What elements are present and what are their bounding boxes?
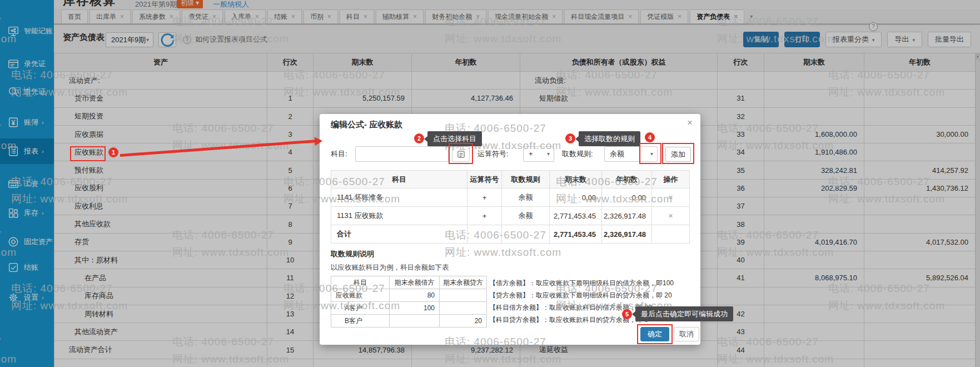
- tab-more-caret-icon[interactable]: ▾: [746, 9, 757, 23]
- grade-badge[interactable]: 初级 ▾: [177, 0, 203, 8]
- liability-begin-cell[interactable]: 4,017,532.00: [864, 233, 976, 251]
- liability-begin-cell[interactable]: [864, 359, 976, 367]
- close-icon[interactable]: ×: [255, 13, 259, 20]
- liability-end-cell[interactable]: 328,242.81: [764, 161, 864, 179]
- tab-13[interactable]: 资产负债表×: [690, 9, 744, 23]
- cancel-button[interactable]: 取消: [674, 327, 699, 341]
- tab-4[interactable]: 入库单×: [225, 9, 266, 23]
- taxpayer-type-link[interactable]: 一般纳税人: [213, 0, 249, 9]
- add-button[interactable]: 添加: [665, 147, 691, 162]
- liability-begin-cell[interactable]: [864, 72, 976, 90]
- subject-input[interactable]: [355, 146, 449, 162]
- tab-12[interactable]: 凭证模版×: [640, 9, 688, 23]
- help-icon[interactable]: ?: [183, 36, 191, 44]
- asset-label-cell[interactable]: 库存商品: [54, 287, 267, 305]
- liability-end-cell[interactable]: [764, 341, 864, 359]
- liability-end-cell[interactable]: [764, 323, 864, 341]
- liability-begin-cell[interactable]: [864, 215, 976, 233]
- asset-label-cell[interactable]: 货币资金: [54, 90, 267, 107]
- liability-label-cell[interactable]: 流动负债:: [520, 72, 718, 90]
- tab-5[interactable]: 结账×: [267, 9, 302, 23]
- asset-label-cell[interactable]: 应收股利: [54, 179, 267, 197]
- asset-label-cell[interactable]: 其他应收款: [54, 215, 267, 233]
- close-icon[interactable]: ×: [212, 13, 216, 20]
- asset-label-cell[interactable]: 应收利息: [54, 197, 267, 215]
- sidebar-item-closing[interactable]: 结账: [0, 256, 54, 279]
- subject-picker-button[interactable]: [452, 146, 470, 162]
- asset-label-cell[interactable]: 在产品: [54, 269, 267, 287]
- refresh-button[interactable]: [158, 32, 176, 47]
- liability-end-cell[interactable]: 4,019,416.70: [764, 233, 864, 251]
- liability-end-cell[interactable]: 1,608,000.00: [764, 125, 864, 143]
- asset-label-cell[interactable]: [54, 359, 267, 367]
- sidebar-item-smart-accounting[interactable]: 智能记账: [0, 20, 54, 42]
- liability-end-cell[interactable]: [764, 90, 864, 107]
- liability-end-cell[interactable]: [764, 251, 864, 269]
- asset-label-cell[interactable]: 其中：原材料: [54, 251, 267, 269]
- tab-10[interactable]: 现金流量初始金额×: [488, 9, 563, 23]
- liability-end-cell[interactable]: [764, 72, 864, 90]
- asset-label-cell[interactable]: 其他流动资产: [54, 323, 267, 341]
- tab-2[interactable]: 系统参数×: [132, 9, 180, 23]
- asset-end-cell[interactable]: 5,250,157.59: [314, 90, 412, 107]
- close-icon[interactable]: ×: [476, 13, 480, 20]
- liability-begin-cell[interactable]: [864, 90, 976, 107]
- sidebar-item-voucher-entry[interactable]: 录凭证: [0, 53, 54, 75]
- sidebar-item-fixed-assets[interactable]: 固定资产: [0, 231, 54, 253]
- liability-begin-cell[interactable]: [864, 341, 976, 359]
- liability-begin-cell[interactable]: [864, 251, 976, 269]
- sidebar-item-salary[interactable]: 工资: [0, 173, 54, 195]
- liability-label-cell[interactable]: [520, 359, 718, 367]
- export-button[interactable]: 导出▾: [887, 32, 922, 47]
- liability-begin-cell[interactable]: [864, 305, 976, 323]
- tab-8[interactable]: 辅助核算×: [376, 9, 424, 23]
- liability-end-cell[interactable]: [764, 305, 864, 323]
- tab-9[interactable]: 财务初始余额×: [425, 9, 486, 23]
- vertical-scrollbar[interactable]: ▲: [975, 53, 980, 367]
- scroll-up-icon[interactable]: ▲: [976, 53, 980, 60]
- liability-end-cell[interactable]: [764, 215, 864, 233]
- asset-label-cell[interactable]: 应收票据: [54, 125, 267, 143]
- close-icon[interactable]: ×: [327, 13, 331, 20]
- confirm-button[interactable]: 确定: [640, 327, 669, 341]
- delete-icon[interactable]: ×: [668, 211, 673, 220]
- liability-begin-cell[interactable]: 1,430,736.12: [864, 179, 976, 197]
- asset-label-cell[interactable]: 预付账款: [54, 161, 267, 179]
- liability-begin-cell[interactable]: 30,000.00: [864, 125, 976, 143]
- liability-begin-cell[interactable]: 5,892,526.04: [864, 269, 976, 287]
- liability-begin-cell[interactable]: [864, 197, 976, 215]
- liability-begin-cell[interactable]: [864, 323, 976, 341]
- close-icon[interactable]: ×: [678, 13, 681, 20]
- liability-begin-cell[interactable]: [864, 143, 976, 161]
- close-icon[interactable]: ×: [628, 13, 632, 20]
- liability-begin-cell[interactable]: [864, 287, 976, 305]
- period-select[interactable]: 2021年9期 ▾: [106, 32, 153, 47]
- sidebar-item-settings[interactable]: 设置›: [0, 286, 54, 309]
- tab-3[interactable]: 查凭证×: [182, 9, 223, 23]
- liability-end-cell[interactable]: [764, 197, 864, 215]
- liability-begin-cell[interactable]: [864, 107, 976, 125]
- asset-end-cell[interactable]: [314, 72, 412, 90]
- liability-end-cell[interactable]: 1,910,486.00: [764, 143, 864, 161]
- close-icon[interactable]: ×: [552, 13, 556, 20]
- asset-end-cell[interactable]: [314, 359, 412, 367]
- sidebar-item-ledger[interactable]: 账簿›: [0, 111, 54, 133]
- asset-begin-cell[interactable]: 4,127,736.46: [412, 90, 520, 107]
- liability-begin-cell[interactable]: 414,257.92: [864, 161, 976, 179]
- asset-label-cell[interactable]: 存货: [54, 233, 267, 251]
- close-icon[interactable]: ×: [413, 13, 417, 20]
- batch-export-button[interactable]: 批量导出: [928, 32, 971, 47]
- tab-0[interactable]: 首页: [61, 9, 88, 23]
- rule-select[interactable]: 余额▾: [604, 146, 658, 162]
- tab-6[interactable]: 币别×: [304, 9, 338, 23]
- asset-label-cell[interactable]: 周转材料: [54, 305, 267, 323]
- liability-label-cell[interactable]: 短期借款: [520, 90, 718, 107]
- liability-end-cell[interactable]: 202,829.59: [764, 179, 864, 197]
- formula-help-link[interactable]: 如何设置报表项目公式: [195, 34, 267, 44]
- copy-button[interactable]: 复制: [743, 32, 779, 47]
- asset-begin-cell[interactable]: [412, 359, 520, 367]
- sidebar-item-voucher-search[interactable]: 查凭证: [0, 81, 54, 103]
- print-button[interactable]: 打印: [784, 32, 820, 47]
- liability-end-cell[interactable]: [764, 287, 864, 305]
- operator-select[interactable]: +▾: [523, 146, 554, 162]
